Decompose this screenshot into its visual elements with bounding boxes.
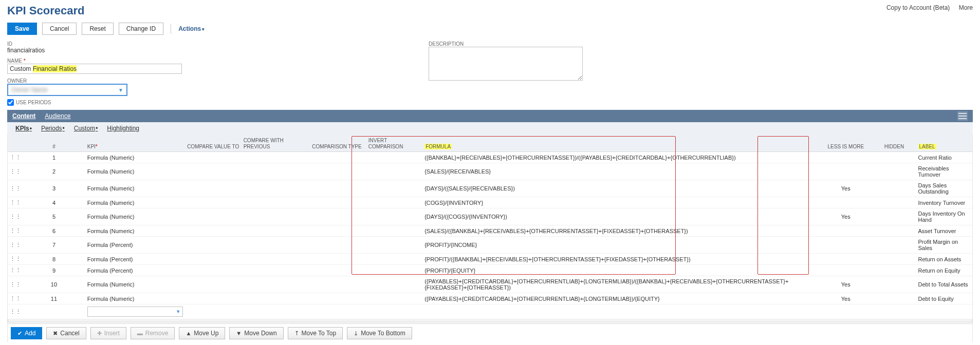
- row-number: 11: [23, 293, 85, 304]
- row-compare-with-previous: [242, 152, 310, 163]
- row-compare-value-to: [185, 180, 241, 197]
- table-row[interactable]: ⋮⋮9Formula (Percent){PROFIT}/{EQUITY}Ret…: [8, 265, 972, 276]
- row-label: Current Ratio: [916, 152, 972, 163]
- reset-button[interactable]: Reset: [82, 23, 113, 35]
- row-less-is-more: [819, 225, 872, 237]
- row-compare-with-previous: [242, 208, 310, 225]
- drag-handle-icon[interactable]: ⋮⋮: [8, 180, 23, 197]
- col-drag: [8, 135, 23, 152]
- owner-select[interactable]: Owner Name ▼: [7, 84, 127, 96]
- col-comparison-type[interactable]: COMPARISON TYPE: [310, 135, 366, 152]
- panel-menu-icon[interactable]: [957, 111, 968, 121]
- tab-content[interactable]: Content: [12, 112, 35, 120]
- move-to-top-button[interactable]: ⤒Move To Top: [288, 327, 343, 339]
- drag-handle-icon[interactable]: ⋮⋮: [8, 152, 23, 163]
- drag-handle-icon[interactable]: ⋮⋮: [8, 225, 23, 237]
- remove-row-button[interactable]: ▬Remove: [131, 327, 175, 339]
- id-value: financialratios: [7, 47, 398, 54]
- name-input[interactable]: Custom Financial Ratios: [7, 64, 182, 74]
- actions-menu[interactable]: Actions▾: [178, 25, 205, 32]
- drag-handle-icon[interactable]: ⋮⋮: [8, 237, 23, 254]
- subtab-custom[interactable]: Custom•: [74, 125, 98, 132]
- caret-down-icon: ▼: [176, 309, 180, 314]
- row-compare-value-to: [185, 152, 241, 163]
- cancel-row-button[interactable]: ✖Cancel: [46, 327, 86, 339]
- row-kpi: Formula (Numeric): [85, 180, 186, 197]
- tab-audience[interactable]: Audience: [45, 112, 70, 120]
- row-number: 7: [23, 237, 85, 254]
- col-hidden[interactable]: HIDDEN: [872, 135, 916, 152]
- row-compare-value-to: [185, 208, 241, 225]
- row-label: Debt to Equity: [916, 293, 972, 304]
- move-to-bottom-button[interactable]: ⤓Move To Bottom: [347, 327, 412, 339]
- row-label: Days Sales Outstanding: [916, 180, 972, 197]
- col-less-is-more[interactable]: LESS IS MORE: [819, 135, 872, 152]
- horizontal-scrollbar[interactable]: [8, 319, 972, 322]
- table-row[interactable]: ⋮⋮2Formula (Numeric){SALES}/{RECEIVABLES…: [8, 163, 972, 180]
- save-button[interactable]: Save: [7, 23, 37, 35]
- move-down-button[interactable]: ▼Move Down: [229, 327, 283, 339]
- col-invert-comparison[interactable]: INVERT COMPARISON: [366, 135, 422, 152]
- use-periods-checkbox[interactable]: [7, 99, 14, 106]
- new-row-kpi-select[interactable]: ▼: [87, 306, 183, 317]
- more-link[interactable]: More: [959, 4, 973, 11]
- table-row[interactable]: ⋮⋮5Formula (Numeric){DAYS}/({COGS}/{INVE…: [8, 208, 972, 225]
- row-compare-with-previous: [242, 163, 310, 180]
- change-id-button[interactable]: Change ID: [119, 23, 163, 35]
- drag-handle-icon[interactable]: ⋮⋮: [8, 293, 23, 304]
- arrow-down-icon: ▼: [236, 331, 242, 336]
- table-row[interactable]: ⋮⋮7Formula (Percent){PROFIT}/{INCOME}Pro…: [8, 237, 972, 254]
- col-formula[interactable]: FORMULA: [422, 135, 819, 152]
- table-row[interactable]: ⋮⋮3Formula (Numeric){DAYS}/({SALES}/{REC…: [8, 180, 972, 197]
- row-hidden: [872, 276, 916, 293]
- drag-handle-icon[interactable]: ⋮⋮: [8, 163, 23, 180]
- col-compare-value-to[interactable]: COMPARE VALUE TO: [185, 135, 241, 152]
- col-kpi[interactable]: KPI*: [85, 135, 186, 152]
- row-formula: {PROFIT}/{EQUITY}: [422, 265, 819, 276]
- name-label: NAME *: [7, 58, 398, 64]
- copy-to-account-link[interactable]: Copy to Account (Beta): [886, 4, 950, 11]
- row-less-is-more: Yes: [819, 276, 872, 293]
- row-kpi: Formula (Percent): [85, 254, 186, 265]
- insert-row-button[interactable]: ✚Insert: [90, 327, 126, 339]
- drag-handle-icon[interactable]: ⋮⋮: [8, 276, 23, 293]
- subtab-highlighting[interactable]: Highlighting: [107, 125, 139, 132]
- row-less-is-more: [819, 237, 872, 254]
- row-compare-with-previous: [242, 293, 310, 304]
- id-label: ID: [7, 41, 398, 47]
- drag-handle-icon[interactable]: ⋮⋮: [8, 208, 23, 225]
- row-invert-comparison: [366, 208, 422, 225]
- arrow-up-icon: ▲: [186, 331, 191, 336]
- subtab-periods[interactable]: Periods•: [41, 125, 65, 132]
- row-label: Debt to Total Assets: [916, 276, 972, 293]
- col-label[interactable]: LABEL: [916, 135, 972, 152]
- table-row[interactable]: ⋮⋮10Formula (Numeric)({PAYABLES}+{CREDIT…: [8, 276, 972, 293]
- description-textarea[interactable]: [429, 47, 583, 81]
- row-invert-comparison: [366, 237, 422, 254]
- subtab-kpis[interactable]: KPIs•: [15, 125, 32, 132]
- row-comparison-type: [310, 265, 366, 276]
- new-row[interactable]: ⋮⋮ ▼: [8, 304, 972, 319]
- table-row[interactable]: ⋮⋮6Formula (Numeric){SALES}/({BANKBAL}+{…: [8, 225, 972, 237]
- row-number: 4: [23, 197, 85, 208]
- cancel-button[interactable]: Cancel: [42, 23, 77, 35]
- caret-down-icon: ▾: [202, 27, 205, 32]
- use-periods-label: USE PERIODS: [16, 100, 51, 105]
- drag-handle-icon[interactable]: ⋮⋮: [8, 197, 23, 208]
- add-row-button[interactable]: ✔Add: [11, 327, 42, 339]
- drag-handle-icon[interactable]: ⋮⋮: [8, 265, 23, 276]
- row-comparison-type: [310, 152, 366, 163]
- move-up-button[interactable]: ▲Move Up: [179, 327, 225, 339]
- table-row[interactable]: ⋮⋮1Formula (Numeric)({BANKBAL}+{RECEIVAB…: [8, 152, 972, 163]
- row-compare-value-to: [185, 225, 241, 237]
- drag-handle-icon[interactable]: ⋮⋮: [8, 304, 23, 319]
- table-row[interactable]: ⋮⋮8Formula (Percent){PROFIT}/({BANKBAL}+…: [8, 254, 972, 265]
- drag-handle-icon[interactable]: ⋮⋮: [8, 254, 23, 265]
- table-row[interactable]: ⋮⋮11Formula (Numeric)({PAYABLES}+{CREDIT…: [8, 293, 972, 304]
- row-less-is-more: Yes: [819, 293, 872, 304]
- row-label: Receivables Turnover: [916, 163, 972, 180]
- col-number[interactable]: #: [23, 135, 85, 152]
- col-compare-with-previous[interactable]: COMPARE WITH PREVIOUS: [242, 135, 310, 152]
- table-row[interactable]: ⋮⋮4Formula (Numeric){COGS}/{INVENTORY}In…: [8, 197, 972, 208]
- row-formula: {SALES}/{RECEIVABLES}: [422, 163, 819, 180]
